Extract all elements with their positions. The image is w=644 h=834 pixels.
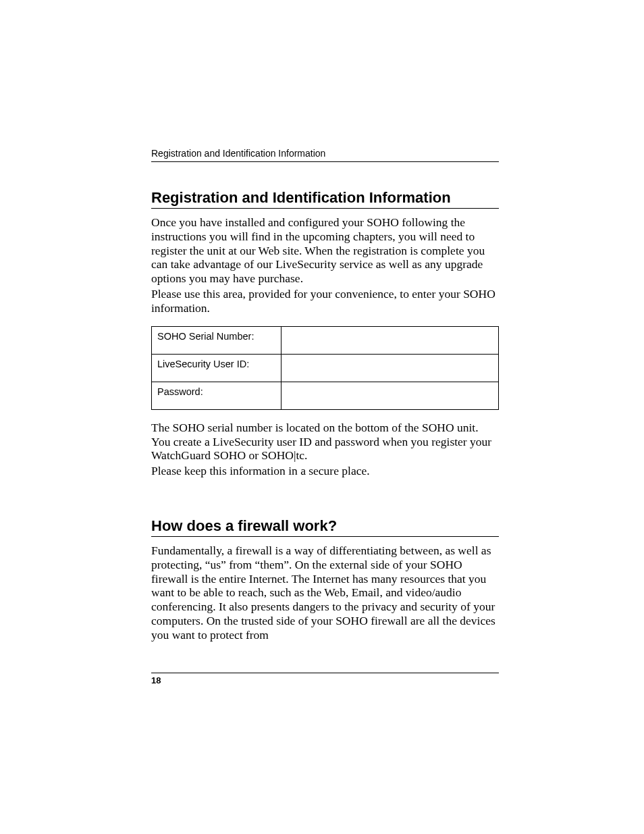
row2-label: Password: — [152, 382, 281, 409]
section1-para4: Please keep this information in a secure… — [151, 464, 499, 478]
table-row: Password: — [152, 382, 499, 409]
row0-value — [281, 326, 499, 354]
section1-para1: Once you have installed and configured y… — [151, 215, 499, 286]
page: Registration and Identification Informat… — [0, 0, 644, 834]
page-footer: 18 — [151, 673, 499, 685]
row1-value — [281, 354, 499, 382]
row1-label: LiveSecurity User ID: — [152, 354, 281, 382]
table-row: LiveSecurity User ID: — [152, 354, 499, 382]
page-number: 18 — [151, 675, 161, 685]
row2-value — [281, 382, 499, 409]
section1-heading: Registration and Identification Informat… — [151, 189, 499, 209]
info-table: SOHO Serial Number: LiveSecurity User ID… — [151, 326, 499, 410]
section2-heading: How does a firewall work? — [151, 517, 499, 537]
section2-para1: Fundamentally, a firewall is a way of di… — [151, 544, 499, 642]
section1-para3: The SOHO serial number is located on the… — [151, 421, 499, 463]
section1-para2: Please use this area, provided for your … — [151, 287, 499, 315]
running-header: Registration and Identification Informat… — [151, 148, 499, 162]
table-row: SOHO Serial Number: — [152, 326, 499, 354]
row0-label: SOHO Serial Number: — [152, 326, 281, 354]
